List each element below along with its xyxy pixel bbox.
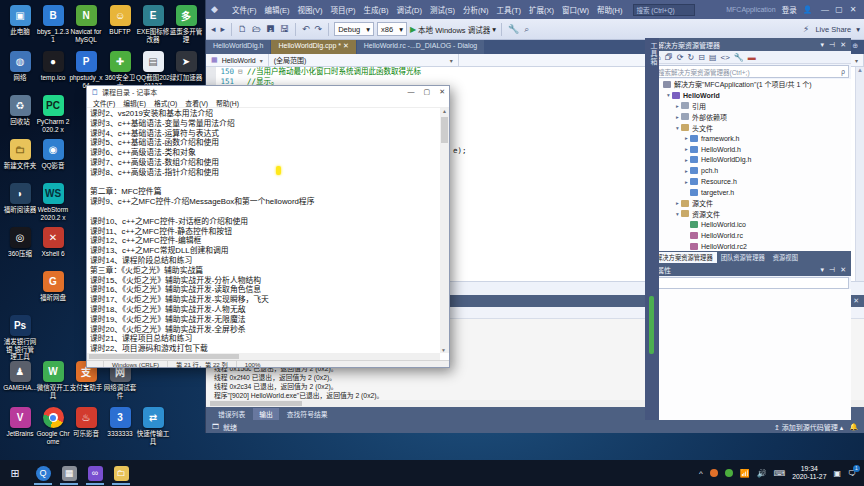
show-all-files-icon[interactable]: ▤ bbox=[709, 53, 717, 62]
notepad-menu-item[interactable]: 帮助(H) bbox=[216, 98, 239, 107]
pane-dropdown-icon[interactable]: ▾ bbox=[821, 266, 825, 274]
desktop-icon[interactable]: ♨可乐影音 bbox=[69, 407, 103, 438]
tree-item[interactable]: ▾资源文件 bbox=[652, 209, 851, 220]
menu-item[interactable]: 测试(S) bbox=[426, 6, 459, 15]
user-avatar-icon[interactable]: 👤 bbox=[803, 5, 812, 14]
code-icon[interactable]: <> bbox=[721, 53, 730, 62]
tray-app-icon[interactable] bbox=[710, 469, 718, 477]
redo-icon[interactable]: ↷ bbox=[314, 24, 324, 34]
desktop-icon[interactable]: EEXE图标修改器 bbox=[136, 5, 170, 43]
desktop-icon[interactable]: Ps浦发银行网银 银行管理工具 bbox=[3, 315, 37, 361]
taskbar-app-grey[interactable]: ▦ bbox=[56, 461, 82, 485]
bottom-tab[interactable]: 查找符号结果 bbox=[281, 408, 334, 420]
desktop-icon[interactable]: Pphpstudy_x64 bbox=[69, 51, 103, 89]
tree-item[interactable]: ▸HelloWorld.h bbox=[652, 144, 851, 155]
network-icon[interactable]: 📶 bbox=[740, 469, 750, 478]
tree-item[interactable]: targetver.h bbox=[652, 187, 851, 198]
taskbar-browser[interactable]: Q bbox=[30, 461, 56, 485]
desktop-icon[interactable]: Google Chrome bbox=[36, 407, 70, 445]
tree-item[interactable]: HelloWorld.rc2 bbox=[652, 241, 851, 251]
tree-item[interactable]: ▸HelloWorldDlg.h bbox=[652, 155, 851, 166]
forward-icon[interactable]: ▸ bbox=[220, 24, 227, 34]
notepad-hscrollbar[interactable] bbox=[87, 353, 440, 360]
refresh-icon[interactable]: ↻ bbox=[688, 53, 695, 62]
desktop-icon[interactable]: ⇄快速传输工具 bbox=[136, 407, 170, 445]
clock[interactable]: 19:34 2020-11-27 bbox=[792, 465, 826, 481]
tree-item[interactable]: ▸Resource.h bbox=[652, 176, 851, 187]
tree-item[interactable]: ▸引用 bbox=[652, 101, 851, 112]
notepad-vscrollbar[interactable]: ▲▼ bbox=[440, 108, 449, 353]
desktop-icon[interactable]: ♟GAMEHA... bbox=[3, 361, 37, 392]
desktop-icon[interactable]: G福昕网盘 bbox=[36, 271, 70, 302]
filter-icon[interactable]: ▬ bbox=[748, 53, 756, 62]
tree-item[interactable]: HelloWorld.rc bbox=[652, 230, 851, 241]
wrench-icon[interactable]: 🔧 bbox=[734, 53, 744, 62]
explorer-tab[interactable]: 资源视图 bbox=[769, 252, 802, 263]
menu-item[interactable]: 调试(D) bbox=[393, 6, 426, 15]
quick-search-input[interactable]: 搜索 (Ctrl+Q) bbox=[633, 4, 695, 16]
expander-icon[interactable]: ▸ bbox=[683, 146, 690, 152]
expander-icon[interactable]: ▸ bbox=[674, 103, 681, 109]
volume-icon[interactable]: 🔊 bbox=[757, 469, 767, 478]
expander-icon[interactable]: ▸ bbox=[683, 135, 690, 141]
desktop-icon[interactable]: ◍网络 bbox=[3, 51, 37, 82]
start-debug-button[interactable]: ▶本地 Windows 调试器▾ bbox=[410, 24, 496, 35]
taskbar-file-explorer[interactable]: 🗀 bbox=[108, 461, 134, 485]
desktop-icon[interactable]: WSWebStorm 2020.2 x bbox=[36, 183, 70, 221]
desktop-icon[interactable]: ▣此电脑 bbox=[3, 5, 37, 36]
switch-views-icon[interactable]: 🗇 bbox=[665, 53, 673, 62]
live-share-button[interactable]: Live Share bbox=[815, 25, 851, 34]
explorer-tab[interactable]: 解决方案资源管理器 bbox=[652, 252, 717, 263]
document-tab[interactable]: HelloWorld.rc -...D_DIALOG - Dialog bbox=[357, 40, 484, 54]
find-icon[interactable]: ⌕ bbox=[523, 24, 530, 35]
notepad-menu-item[interactable]: 格式(O) bbox=[154, 98, 177, 107]
desktop-icon[interactable]: ●temp.ico bbox=[36, 51, 70, 82]
back-icon[interactable]: ◂ bbox=[210, 24, 217, 34]
desktop-icon[interactable]: 33333333 bbox=[103, 407, 137, 438]
expander-icon[interactable]: ▸ bbox=[674, 200, 681, 206]
menu-item[interactable]: 视图(V) bbox=[294, 6, 327, 15]
pane-close-icon[interactable]: ✕ bbox=[840, 41, 846, 49]
menu-item[interactable]: 项目(P) bbox=[327, 6, 360, 15]
menu-item[interactable]: 文件(F) bbox=[228, 6, 261, 15]
desktop-icon[interactable]: ◉QQ影音 bbox=[36, 139, 70, 170]
tree-item[interactable]: 解决方案"MFCApplication"(1 个项目/共 1 个) bbox=[652, 79, 851, 90]
taskbar-visual-studio[interactable]: ∞ bbox=[82, 461, 108, 485]
live-share-icon[interactable]: ⚡ bbox=[802, 24, 810, 34]
expander-icon[interactable]: ▾ bbox=[674, 211, 681, 217]
window-controls[interactable]: —▢✕ bbox=[818, 5, 860, 14]
toolbox-collapsed-tab[interactable]: 工具箱 bbox=[648, 38, 658, 66]
desktop-icon[interactable]: ➤绿灯加速器 bbox=[169, 51, 203, 82]
desktop-icon[interactable]: ✚360安全卫士 bbox=[103, 51, 137, 89]
tree-item[interactable]: ▸framework.h bbox=[652, 133, 851, 144]
pin-icon[interactable]: ⊣ bbox=[829, 41, 835, 49]
document-tab[interactable]: HelloWorldDlg.cpp * ✕ bbox=[271, 40, 355, 54]
menu-item[interactable]: 扩展(X) bbox=[525, 6, 558, 15]
project-dropdown[interactable]: ▦HelloWorld▾ bbox=[206, 54, 269, 66]
notepad-menu-item[interactable]: 编辑(E) bbox=[123, 98, 146, 107]
menu-item[interactable]: 工具(T) bbox=[492, 6, 525, 15]
start-button[interactable]: ⊞ bbox=[0, 467, 30, 480]
expander-icon[interactable]: ▸ bbox=[674, 114, 681, 120]
tree-item[interactable]: ▸外部依赖项 bbox=[652, 111, 851, 122]
properties-object-dropdown[interactable] bbox=[654, 277, 849, 289]
ime-icon[interactable]: ⌨ bbox=[774, 469, 786, 478]
notepad-minimize-button[interactable]: — bbox=[408, 88, 415, 96]
notepad-menu-item[interactable]: 文件(F) bbox=[93, 98, 115, 107]
sync-icon[interactable]: ⟳ bbox=[677, 53, 684, 62]
desktop-icon[interactable]: ▤QQ截图20201127 bbox=[136, 51, 170, 89]
notification-center-icon[interactable]: 🗨 bbox=[848, 469, 856, 478]
tree-item[interactable]: ▸源文件 bbox=[652, 198, 851, 209]
pane-dropdown-icon[interactable]: ▾ bbox=[821, 41, 825, 49]
hidden-icons-chevron[interactable]: ^ bbox=[699, 469, 703, 478]
notepad-menu-item[interactable]: 查看(V) bbox=[185, 98, 208, 107]
menu-item[interactable]: 编辑(E) bbox=[261, 6, 294, 15]
editor-scrollbar[interactable]: ▲ bbox=[855, 67, 864, 281]
pane-close-icon[interactable]: ✕ bbox=[853, 297, 859, 305]
desktop-icon[interactable]: VJetBrains bbox=[3, 407, 37, 438]
save-icon[interactable]: 🖪 bbox=[265, 24, 276, 34]
save-all-icon[interactable]: 🖫 bbox=[279, 24, 290, 34]
source-control-button[interactable]: ↥ 添加到源代码管理 ▴ bbox=[774, 422, 843, 432]
notification-bell-icon[interactable]: 🔔 bbox=[849, 423, 858, 431]
bottom-tab[interactable]: 错误列表 bbox=[212, 408, 251, 420]
